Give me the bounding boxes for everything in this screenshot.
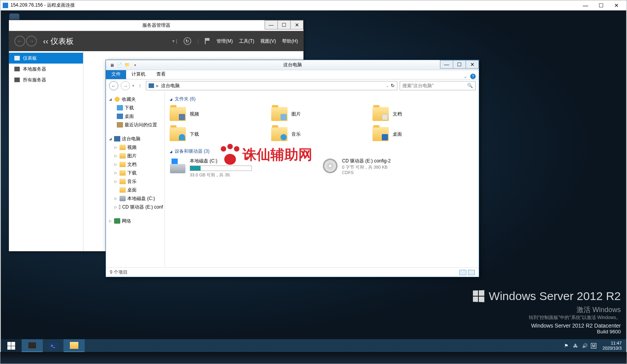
forward-button[interactable]: → xyxy=(26,36,37,47)
breadcrumb-this-pc[interactable]: 这台电脑 xyxy=(161,83,180,89)
nav-back-button[interactable]: ← xyxy=(109,81,118,90)
tree-music[interactable]: ▷音乐 xyxy=(107,177,163,186)
minimize-button[interactable]: — xyxy=(578,1,593,10)
tab-file[interactable]: 文件 xyxy=(106,69,126,79)
refresh-icon[interactable]: ↻ xyxy=(391,83,395,88)
drive-e-line2: 0 字节 可用，共 380 KB xyxy=(342,164,391,170)
tree-local-disk[interactable]: ▷本地磁盘 (C:) xyxy=(107,194,163,203)
tray-flag-icon[interactable]: ⚑ xyxy=(563,343,569,349)
taskbar-server-manager[interactable] xyxy=(22,339,43,352)
tray-sound-icon[interactable]: 🔊 xyxy=(582,343,588,349)
tree-downloads[interactable]: 下载 xyxy=(107,104,163,112)
close-button[interactable]: ✕ xyxy=(609,1,624,10)
nav-up-button[interactable]: ↑ xyxy=(137,82,144,89)
tree-cd-drive[interactable]: ▷CD 驱动器 (E:) conf xyxy=(107,203,163,211)
start-button[interactable] xyxy=(1,339,22,352)
explorer-window: 🖥 📄 📁 ▾ 这台电脑 — ☐ ✕ 文件 计算机 查看 ⌄ ? xyxy=(106,60,479,277)
watermark-text: 诛仙辅助网 xyxy=(242,145,312,164)
address-bar-row: ← → ▾ ↑ ▸ 这台电脑 ⌄ ↻ 🔍 xyxy=(106,79,479,92)
qat-dropdown-icon[interactable]: ▾ xyxy=(132,62,139,69)
view-tiles-icon[interactable] xyxy=(468,270,475,275)
sidebar-item-local-server[interactable]: 本地服务器 xyxy=(9,64,83,74)
taskbar-powershell[interactable]: >_ xyxy=(43,339,64,352)
clock-time: 11:47 xyxy=(603,341,622,346)
maximize-button[interactable]: ☐ xyxy=(593,1,609,10)
refresh-icon[interactable]: ↻ xyxy=(184,37,191,45)
search-input[interactable] xyxy=(402,83,467,88)
sidebar-item-all-servers[interactable]: 所有服务器 xyxy=(9,74,83,85)
menu-tools[interactable]: 工具(T) xyxy=(239,38,254,45)
rdp-window: 154.209.76.156 - 远程桌面连接 — ☐ ✕ 服务器管理器 — ☐… xyxy=(0,0,627,364)
folder-music[interactable]: 音乐 xyxy=(271,126,373,143)
drive-cd-e[interactable]: CD 驱动器 (E:) config-2 0 字节 可用，共 380 KB CD… xyxy=(322,158,475,178)
sm-minimize-button[interactable]: — xyxy=(265,20,278,29)
rdp-icon xyxy=(3,3,8,8)
tray-ime-icon[interactable]: M xyxy=(591,343,596,348)
tree-downloads-pc[interactable]: ▷下载 xyxy=(107,169,163,177)
explorer-title: 这台电脑 xyxy=(283,62,302,68)
search-icon[interactable]: 🔍 xyxy=(467,83,473,88)
tree-desktop-pc[interactable]: 桌面 xyxy=(107,186,163,194)
qat-system-icon[interactable]: 🖥 xyxy=(108,62,115,69)
tray-clock[interactable]: 11:47 2020/10/3 xyxy=(599,341,625,351)
folder-videos[interactable]: 视频 xyxy=(170,105,271,122)
sm-close-button[interactable]: ✕ xyxy=(290,20,303,29)
explorer-titlebar[interactable]: 🖥 📄 📁 ▾ 这台电脑 — ☐ ✕ xyxy=(106,60,479,70)
tree-recent[interactable]: 最近访问的位置 xyxy=(107,121,163,129)
tab-computer[interactable]: 计算机 xyxy=(126,69,151,79)
tab-view[interactable]: 查看 xyxy=(151,69,171,79)
folder-documents[interactable]: 文档 xyxy=(372,105,474,122)
nav-forward-button[interactable]: → xyxy=(121,81,130,90)
product-name: Windows Server 2012 R2 xyxy=(489,290,621,303)
tree-videos[interactable]: ▷视频 xyxy=(107,143,163,152)
notifications-icon[interactable] xyxy=(205,38,210,44)
remote-desktop: 服务器管理器 — ☐ ✕ ← → ‹‹ 仪表板 ▾ | ↻ | xyxy=(1,10,626,352)
taskbar-explorer[interactable] xyxy=(64,339,85,352)
address-dropdown-icon[interactable]: ⌄ xyxy=(386,84,389,88)
explorer-content: ◢文件夹 (6) 视频 图片 文档 下载 音乐 桌面 ◢设备和驱动器 (3) xyxy=(165,92,479,267)
watermark-overlay: 诛仙辅助网 xyxy=(219,144,312,166)
ex-maximize-button[interactable]: ☐ xyxy=(453,60,466,69)
folder-desktop[interactable]: 桌面 xyxy=(372,126,474,143)
system-tray: ⚑ 🖧 🔊 M 11:47 2020/10/3 xyxy=(561,339,626,352)
build-label: Build 9600 xyxy=(473,329,621,335)
back-button[interactable]: ← xyxy=(14,36,25,47)
taskbar: >_ ⚑ 🖧 🔊 M 11:47 2020/10/3 xyxy=(1,339,626,352)
view-details-icon[interactable] xyxy=(459,270,466,275)
tree-desktop[interactable]: 桌面 xyxy=(107,112,163,121)
tree-this-pc[interactable]: ◢这台电脑 xyxy=(107,135,163,143)
activate-title: 激活 Windows xyxy=(473,305,621,314)
sm-maximize-button[interactable]: ☐ xyxy=(277,20,291,29)
qat-new-folder-icon[interactable]: 📁 xyxy=(124,62,131,69)
sidebar-item-dashboard[interactable]: 仪表板 xyxy=(9,53,83,64)
tray-network-icon[interactable]: 🖧 xyxy=(572,343,579,349)
folder-downloads[interactable]: 下载 xyxy=(170,126,271,143)
tree-pictures[interactable]: ▷图片 xyxy=(107,152,163,160)
status-count: 9 个项目 xyxy=(110,269,128,276)
section-drives[interactable]: ◢设备和驱动器 (3) xyxy=(170,148,474,155)
drive-e-line3: CDFS xyxy=(342,170,391,175)
status-bar: 9 个项目 xyxy=(106,267,479,277)
ex-minimize-button[interactable]: — xyxy=(440,60,453,69)
menu-view[interactable]: 视图(V) xyxy=(260,38,276,45)
paw-icon xyxy=(219,144,241,166)
rdp-titlebar[interactable]: 154.209.76.156 - 远程桌面连接 — ☐ ✕ xyxy=(0,0,627,10)
address-bar[interactable]: ▸ 这台电脑 ⌄ ↻ xyxy=(146,81,397,90)
folder-pictures[interactable]: 图片 xyxy=(271,105,373,122)
section-folders[interactable]: ◢文件夹 (6) xyxy=(170,96,474,102)
server-manager-sidebar: 仪表板 本地服务器 所有服务器 xyxy=(9,51,83,251)
clock-date: 2020/10/3 xyxy=(603,346,622,351)
ribbon-expand-icon[interactable]: ⌄ xyxy=(464,74,467,79)
tree-favorites[interactable]: ◢收藏夹 xyxy=(107,95,163,104)
history-dropdown-icon[interactable]: ▾ xyxy=(132,84,134,88)
menu-help[interactable]: 帮助(H) xyxy=(282,38,298,45)
help-icon[interactable]: ? xyxy=(470,74,476,79)
tree-network[interactable]: ▷网络 xyxy=(107,217,163,225)
tree-documents[interactable]: ▷文档 xyxy=(107,160,163,169)
search-box[interactable]: 🔍 xyxy=(400,81,476,90)
qat-properties-icon[interactable]: 📄 xyxy=(116,62,123,69)
server-manager-titlebar[interactable]: 服务器管理器 — ☐ ✕ xyxy=(9,20,303,31)
datacenter-label: Windows Server 2012 R2 Datacenter xyxy=(473,323,621,329)
menu-manage[interactable]: 管理(M) xyxy=(217,38,233,45)
ex-close-button[interactable]: ✕ xyxy=(466,60,479,69)
